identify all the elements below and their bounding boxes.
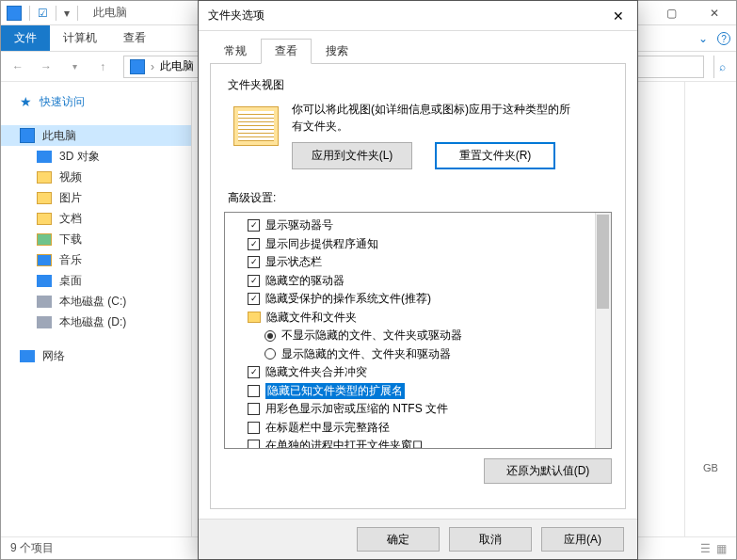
apply-button[interactable]: 应用(A) xyxy=(541,527,624,552)
sidebar-item-music[interactable]: 音乐 xyxy=(1,249,191,270)
right-strip: GB xyxy=(684,82,736,536)
history-dropdown[interactable]: ▾ xyxy=(63,56,86,78)
close-button[interactable]: ✕ xyxy=(693,1,736,25)
adv-item[interactable]: 不显示隐藏的文件、文件夹或驱动器 xyxy=(231,327,605,345)
icons-view-icon[interactable]: ▦ xyxy=(716,542,727,555)
folder-icon xyxy=(248,312,261,323)
music-icon xyxy=(37,254,52,266)
checkbox-icon[interactable]: ✓ xyxy=(248,293,260,305)
sidebar-item-3d[interactable]: 3D 对象 xyxy=(1,146,191,167)
adv-item[interactable]: ✓隐藏文件夹合并冲突 xyxy=(231,363,605,382)
maximize-button[interactable]: ▢ xyxy=(649,1,693,25)
pc-icon xyxy=(20,128,35,143)
pc-icon xyxy=(7,6,22,21)
adv-item[interactable]: 在标题栏中显示完整路径 xyxy=(231,419,605,438)
scroll-thumb[interactable] xyxy=(597,215,609,309)
checkbox-icon[interactable] xyxy=(248,440,260,449)
up-button[interactable]: ↑ xyxy=(91,56,114,78)
help-icon[interactable]: ? xyxy=(717,32,730,45)
adv-item[interactable]: 显示隐藏的文件、文件夹和驱动器 xyxy=(231,345,605,364)
overflow-icon[interactable]: ▾ xyxy=(64,7,70,20)
dialog-tabs: 常规 查看 搜索 xyxy=(199,31,637,64)
restore-defaults-button[interactable]: 还原为默认值(D) xyxy=(484,458,612,484)
sidebar-item-pictures[interactable]: 图片 xyxy=(1,187,191,208)
adv-item[interactable]: ✓隐藏空的驱动器 xyxy=(231,272,605,291)
sidebar-item-desktop[interactable]: 桌面 xyxy=(1,270,191,291)
ribbon-tab-view[interactable]: 查看 xyxy=(110,25,159,51)
adv-item-label: 在单独的进程中打开文件夹窗口 xyxy=(265,438,424,449)
checkbox-icon[interactable]: ✓ xyxy=(248,238,260,250)
checkbox-icon[interactable]: ✓ xyxy=(248,275,260,287)
checkbox-icon[interactable] xyxy=(248,385,260,397)
adv-item-label: 显示隐藏的文件、文件夹和驱动器 xyxy=(281,346,451,362)
checkbox-icon[interactable]: ✓ xyxy=(248,219,260,232)
adv-item[interactable]: 隐藏已知文件类型的扩展名 xyxy=(231,382,605,401)
disk-icon xyxy=(37,296,52,308)
cancel-button[interactable]: 取消 xyxy=(449,527,532,552)
pc-icon xyxy=(130,59,145,74)
sidebar-item-disk-d[interactable]: 本地磁盘 (D:) xyxy=(1,312,191,332)
search-icon[interactable]: ⌕ xyxy=(713,56,730,78)
ribbon-tab-file[interactable]: 文件 xyxy=(1,25,50,51)
checkbox-icon[interactable] xyxy=(248,422,260,434)
folder-icon xyxy=(233,106,279,146)
checkbox-icon[interactable]: ✓ xyxy=(248,256,260,268)
tab-view[interactable]: 查看 xyxy=(261,39,312,64)
reset-folders-button[interactable]: 重置文件夹(R) xyxy=(435,142,555,169)
checkbox-icon[interactable] xyxy=(248,403,260,415)
adv-item[interactable]: 在单独的进程中打开文件夹窗口 xyxy=(231,437,605,449)
radio-icon[interactable] xyxy=(264,348,276,360)
apply-to-folders-button[interactable]: 应用到文件夹(L) xyxy=(292,142,412,169)
adv-item-label: 隐藏文件夹合并冲突 xyxy=(265,364,367,380)
advanced-title: 高级设置: xyxy=(228,190,612,206)
adv-item-label: 显示状态栏 xyxy=(265,254,322,270)
adv-item[interactable]: ✓显示驱动器号 xyxy=(231,216,605,235)
sidebar-item-disk-c[interactable]: 本地磁盘 (C:) xyxy=(1,291,191,312)
scrollbar[interactable] xyxy=(595,213,611,448)
chevron-down-icon[interactable]: ⌄ xyxy=(698,32,708,45)
adv-item[interactable]: 用彩色显示加密或压缩的 NTFS 文件 xyxy=(231,400,605,419)
tab-general[interactable]: 常规 xyxy=(210,39,261,64)
adv-item[interactable]: ✓显示同步提供程序通知 xyxy=(231,235,605,254)
sidebar-network[interactable]: 网络 xyxy=(1,345,191,366)
dialog-button-row: 确定 取消 应用(A) xyxy=(199,519,637,559)
adv-item[interactable]: ✓隐藏受保护的操作系统文件(推荐) xyxy=(231,290,605,309)
adv-item[interactable]: 隐藏文件和文件夹 xyxy=(231,309,605,328)
dialog-title: 文件夹选项 xyxy=(208,8,264,24)
cube-icon xyxy=(37,151,52,163)
adv-item[interactable]: ✓显示状态栏 xyxy=(231,253,605,272)
checkbox-icon[interactable]: ✓ xyxy=(248,366,260,378)
advanced-listbox[interactable]: ✓显示驱动器号✓显示同步提供程序通知✓显示状态栏✓隐藏空的驱动器✓隐藏受保护的操… xyxy=(224,212,612,449)
folderview-section-title: 文件夹视图 xyxy=(228,77,612,93)
adv-item-label: 用彩色显示加密或压缩的 NTFS 文件 xyxy=(265,401,448,417)
ok-button[interactable]: 确定 xyxy=(357,527,440,552)
folder-options-dialog: 文件夹选项 ✕ 常规 查看 搜索 文件夹视图 你可以将此视图(如详细信息或图标)… xyxy=(198,0,638,560)
window-title: 此电脑 xyxy=(93,5,127,21)
dialog-close-button[interactable]: ✕ xyxy=(600,1,637,31)
sidebar: ★快速访问 此电脑 3D 对象 视频 图片 文档 下载 音乐 桌面 本地磁盘 (… xyxy=(1,82,192,536)
sidebar-quick-access[interactable]: ★快速访问 xyxy=(1,91,191,112)
address-text: 此电脑 xyxy=(160,58,194,74)
checkbox-icon[interactable]: ☑ xyxy=(38,7,48,20)
network-icon xyxy=(20,350,35,362)
documents-icon xyxy=(37,213,52,225)
adv-item-label: 隐藏空的驱动器 xyxy=(265,273,344,289)
sidebar-item-video[interactable]: 视频 xyxy=(1,167,191,187)
dialog-titlebar: 文件夹选项 ✕ xyxy=(199,1,637,31)
star-icon: ★ xyxy=(20,94,32,109)
back-button[interactable]: ← xyxy=(7,56,29,78)
sidebar-item-documents[interactable]: 文档 xyxy=(1,208,191,229)
adv-item-label: 显示驱动器号 xyxy=(265,217,333,233)
radio-icon[interactable] xyxy=(264,330,276,342)
adv-item-label: 隐藏文件和文件夹 xyxy=(266,310,357,326)
desktop-icon xyxy=(37,275,52,287)
disk-icon xyxy=(37,316,52,328)
adv-item-label: 在标题栏中显示完整路径 xyxy=(265,420,390,436)
sidebar-item-downloads[interactable]: 下载 xyxy=(1,229,191,249)
tab-search[interactable]: 搜索 xyxy=(312,39,362,64)
forward-button[interactable]: → xyxy=(35,56,57,78)
sidebar-this-pc[interactable]: 此电脑 xyxy=(1,125,191,146)
details-view-icon[interactable]: ☰ xyxy=(700,542,711,555)
ribbon-tab-computer[interactable]: 计算机 xyxy=(50,25,110,51)
status-text: 9 个项目 xyxy=(10,540,54,556)
